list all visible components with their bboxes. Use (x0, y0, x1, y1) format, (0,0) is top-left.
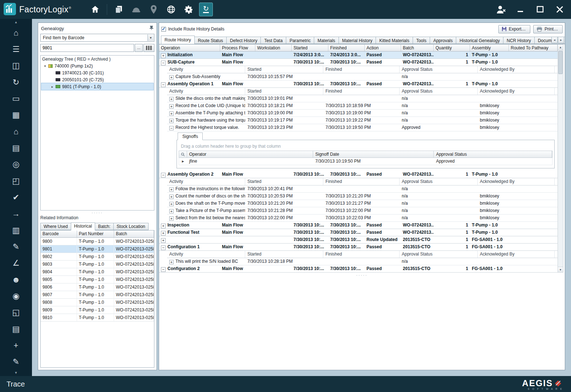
warehouse-icon[interactable]: ⌂ (6, 125, 26, 139)
operation-row[interactable]: −Configuration 2Main Flow7/30/2013 10:..… (159, 265, 558, 273)
globe-icon[interactable] (164, 3, 178, 16)
horizontal-splitter[interactable]: ····· (159, 273, 565, 278)
activity-row[interactable]: +Torque the hardware using the torqu...7… (167, 117, 558, 124)
column-header-workstation[interactable]: Workstation (255, 45, 292, 51)
detail-column-approval-status[interactable]: Approval Status (400, 66, 478, 73)
activity-row[interactable]: +This will print the S/N loaded BC7/30/2… (167, 258, 558, 265)
detail-column-started[interactable]: Started (245, 88, 323, 95)
materials-icon[interactable]: ☰ (6, 42, 26, 56)
chevron-down-icon[interactable]: ▼ (147, 34, 154, 41)
activity-row[interactable]: −Record the Highest torque value.7/30/20… (167, 124, 558, 131)
package-add-icon[interactable]: ◱ (6, 306, 26, 319)
minimize-button[interactable] (515, 4, 526, 15)
collapse-icon[interactable]: − (161, 82, 166, 87)
tab-parametric[interactable]: Parametric (286, 37, 314, 44)
table-row[interactable]: 9805T-Pump - 1.0WO-07242013-0258 (41, 276, 154, 283)
table-row[interactable]: 9803T-Pump - 1.0WO-07242013-0258 (41, 261, 154, 268)
column-header-batch[interactable]: Batch (401, 45, 434, 51)
tab-kitted-materials[interactable]: Kitted Materials (376, 37, 413, 44)
column-header-action[interactable]: Action (365, 45, 401, 51)
column-header-batch[interactable]: Batch (114, 230, 154, 237)
signoff-column-approval-status[interactable]: Approval Status (434, 151, 552, 158)
copy-icon[interactable]: ◰ (6, 174, 26, 188)
table-row[interactable]: 9807T-Pump - 1.0WO-07242013-0258 (41, 291, 154, 299)
collapse-icon[interactable]: − (161, 173, 166, 177)
tree-expander-icon[interactable]: ▸ (50, 85, 54, 89)
activity-row[interactable]: +Slide the discs onto the shaft making .… (167, 95, 558, 102)
include-route-history-checkbox[interactable]: Include Route History Details (161, 26, 224, 32)
tab-historical-genealogy[interactable]: Historical Genealogy (456, 37, 503, 44)
detail-column-acknowledged-by[interactable]: Acknowledged By (478, 178, 555, 185)
row-expander-icon[interactable]: ▸ (179, 158, 187, 165)
signoff-column-operator[interactable]: Operator (187, 151, 313, 158)
trace-icon[interactable]: ↻ (199, 3, 213, 16)
barcode-input[interactable] (40, 44, 134, 52)
column-header-part-number[interactable]: Part Number (77, 230, 114, 237)
expand-icon[interactable]: + (169, 216, 174, 221)
collapse-icon[interactable]: − (161, 245, 166, 250)
detail-column-approval-status[interactable]: Approval Status (400, 88, 478, 95)
data-grid-icon[interactable]: ▦ (6, 108, 26, 122)
genealogy-splitter[interactable]: ····· (38, 211, 157, 215)
table-row[interactable]: 9806T-Pump - 1.0WO-07242013-0258 (41, 283, 154, 291)
signoff-column-signoff-date[interactable]: Signoff Date (313, 151, 434, 158)
id-card-icon[interactable]: ▥ (6, 224, 26, 237)
column-header-finished[interactable]: Finished (328, 45, 365, 51)
column-header-routed-to-pathway[interactable]: Routed To Pathway (509, 45, 558, 51)
activity-row[interactable]: +Does the shaft on the T-Pump move f...7… (167, 200, 558, 207)
expand-icon[interactable]: + (169, 97, 174, 101)
tree-expander-icon[interactable]: ▾ (43, 64, 47, 68)
grid-scrollbar[interactable]: ▲ ▼ (558, 44, 563, 273)
detail-column-approval-status[interactable]: Approval Status (400, 178, 478, 185)
scroll-up-icon[interactable]: ▲ (558, 45, 563, 50)
detail-column-started[interactable]: Started (245, 251, 323, 258)
operator-icon[interactable]: ☻ (6, 273, 26, 287)
tab-defect-history[interactable]: Defect History (226, 37, 261, 44)
column-header-operation[interactable]: Operation (159, 45, 220, 51)
activity-row[interactable]: +Assemble the T-Pump by attaching th...7… (167, 110, 558, 117)
scroll-thumb[interactable] (558, 51, 563, 74)
expand-icon[interactable]: + (161, 53, 166, 58)
signoffs-tab[interactable]: Signoffs (178, 132, 203, 140)
home-icon[interactable]: ⌂ (6, 26, 26, 40)
activity-row[interactable]: +Count the number of discs on the sha...… (167, 193, 558, 200)
collapse-icon[interactable]: − (161, 267, 166, 272)
table-row[interactable]: 9808T-Pump - 1.0WO-07242013-0258 (41, 299, 154, 306)
operation-row[interactable]: −Configuration 1Main Flow7/30/2013 10:..… (159, 244, 558, 251)
expand-icon[interactable]: + (169, 75, 174, 79)
table-row[interactable]: 9802T-Pump - 1.0WO-07242013-0258 (41, 253, 154, 261)
tab-materials[interactable]: Materials (314, 37, 339, 44)
detail-column-finished[interactable]: Finished (323, 66, 400, 73)
hardhat-icon[interactable] (129, 3, 143, 16)
tab-test-data[interactable]: Test Data (260, 37, 286, 44)
tree-item[interactable]: 20050101-20 (C-725) (41, 76, 153, 83)
detail-column-finished[interactable]: Finished (323, 178, 400, 185)
tab-material-history[interactable]: Material History (339, 37, 376, 44)
location-icon[interactable] (147, 3, 161, 16)
tree-item[interactable]: ▾740000 (Pump 1x2) (41, 62, 153, 69)
note-icon[interactable]: ✎ (6, 240, 26, 254)
tab-scroll-left-icon[interactable]: ◂ (551, 37, 558, 43)
column-header-quantity[interactable]: Quantity (434, 45, 470, 51)
tab-route-history[interactable]: Route History (161, 36, 195, 44)
table-row[interactable]: 9800T-Pump - 1.0WO-07242013-0258 (41, 238, 154, 245)
expand-icon[interactable]: + (169, 209, 174, 213)
operation-row[interactable]: +InitializationMain Flow7/24/2013 3:0...… (159, 52, 558, 59)
search-icon[interactable] (179, 151, 187, 158)
operation-row[interactable]: +Functional TestMain Flow7/30/2013 10:..… (159, 229, 558, 236)
collapse-icon[interactable]: − (161, 61, 166, 65)
document-icon[interactable]: ▤ (6, 322, 26, 336)
scroll-track[interactable] (558, 50, 563, 267)
detail-column-finished[interactable]: Finished (323, 251, 400, 258)
scroll-down-icon[interactable]: ▼ (558, 267, 563, 272)
expand-icon[interactable]: + (161, 238, 166, 243)
verify-icon[interactable]: ✔ (6, 191, 26, 204)
trace-icon[interactable]: ↻ (6, 75, 26, 89)
tab-route-status[interactable]: Route Status (194, 37, 227, 44)
table-row[interactable]: 9801T-Pump - 1.0WO-07242013-0258 (41, 245, 154, 253)
find-mode-dropdown[interactable]: Find Item by Barcode ▼ (40, 34, 154, 42)
detail-column-acknowledged-by[interactable]: Acknowledged By (478, 66, 555, 73)
barcode-scan-button[interactable] (143, 44, 154, 52)
sidebar-scroll-up-icon[interactable]: ▲ (15, 20, 18, 25)
workflow-icon[interactable]: ◫ (6, 59, 26, 73)
